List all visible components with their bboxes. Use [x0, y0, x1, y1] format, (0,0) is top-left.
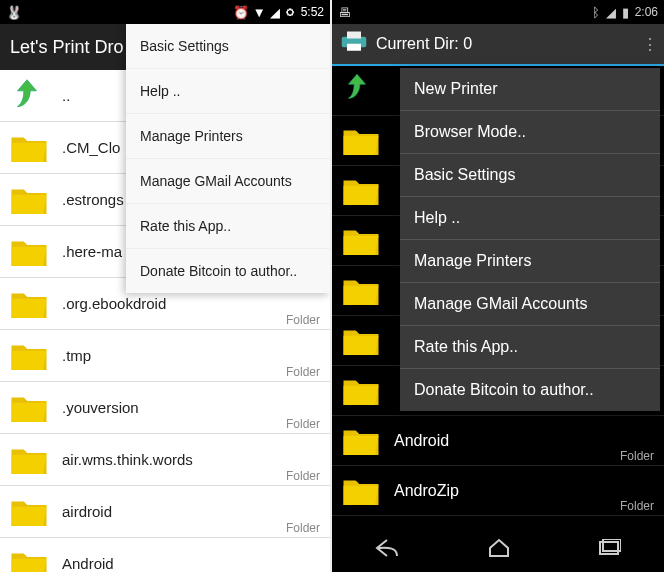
svg-rect-1 [347, 32, 361, 39]
up-arrow-icon [8, 75, 50, 117]
item-type-label: Folder [286, 313, 320, 327]
item-name: Android [62, 555, 114, 572]
item-name: .. [62, 87, 70, 104]
alarm-icon: ⏰ [233, 5, 249, 20]
bluetooth-icon: ᛒ [592, 5, 600, 20]
menu-item[interactable]: New Printer [400, 68, 660, 111]
item-type-label: Folder [286, 521, 320, 535]
back-button[interactable] [375, 538, 401, 562]
folder-icon [340, 470, 382, 512]
item-name: .tmp [62, 347, 91, 364]
item-name: .estrongs [62, 191, 124, 208]
wifi-icon: ▼ [253, 5, 266, 20]
list-item[interactable]: AndroZipFolder [332, 466, 664, 516]
item-name: .org.ebookdroid [62, 295, 166, 312]
appbar-right: Current Dir: 0 ⋮ [332, 24, 664, 66]
folder-icon [340, 120, 382, 162]
menu-item[interactable]: Rate this App.. [400, 326, 660, 369]
folder-icon [8, 179, 50, 221]
item-type-label: Folder [620, 449, 654, 463]
folder-icon [340, 320, 382, 362]
folder-icon [8, 387, 50, 429]
menu-item[interactable]: Basic Settings [400, 154, 660, 197]
folder-icon [8, 127, 50, 169]
battery-icon: ▮ [622, 5, 629, 20]
signal-icon: ◢ [606, 5, 616, 20]
folder-icon [8, 231, 50, 273]
svg-rect-2 [347, 44, 361, 51]
overflow-menu-left: Basic SettingsHelp ..Manage PrintersMana… [126, 24, 330, 293]
folder-icon [8, 543, 50, 573]
folder-icon [8, 491, 50, 533]
folder-icon [8, 283, 50, 325]
power-icon: ⭘ [284, 5, 297, 20]
menu-item[interactable]: Basic Settings [126, 24, 330, 69]
statusbar-right: 🖶 ᛒ ◢ ▮ 2:06 [332, 0, 664, 24]
statusbar-left: 🐰 ⏰ ▼ ◢ ⭘ 5:52 [0, 0, 330, 24]
item-name: Android [394, 432, 449, 450]
menu-item[interactable]: Help .. [400, 197, 660, 240]
printer-icon [340, 31, 368, 57]
folder-icon [8, 439, 50, 481]
menu-item[interactable]: Manage Printers [126, 114, 330, 159]
list-item[interactable]: air.wms.think.wordsFolder [0, 434, 330, 486]
folder-icon [340, 370, 382, 412]
list-item[interactable]: AndroidFolder [332, 416, 664, 466]
signal-icon: ◢ [270, 5, 280, 20]
item-type-label: Folder [286, 469, 320, 483]
recents-button[interactable] [597, 539, 621, 561]
print-status-icon: 🖶 [338, 5, 351, 20]
folder-icon [340, 220, 382, 262]
menu-item[interactable]: Donate Bitcoin to author.. [400, 369, 660, 411]
bunny-icon: 🐰 [6, 5, 22, 20]
overflow-button[interactable]: ⋮ [642, 24, 658, 64]
item-type-label: Folder [286, 417, 320, 431]
folder-icon [340, 270, 382, 312]
item-name: AndroZip [394, 482, 459, 500]
item-name: airdroid [62, 503, 112, 520]
list-item[interactable]: airdroidFolder [0, 486, 330, 538]
up-arrow-icon [340, 70, 382, 112]
statusbar-time: 5:52 [301, 5, 324, 19]
item-name: air.wms.think.words [62, 451, 193, 468]
menu-item[interactable]: Manage GMail Accounts [400, 283, 660, 326]
item-type-label: Folder [620, 499, 654, 513]
list-item[interactable]: .tmpFolder [0, 330, 330, 382]
overflow-menu-right: New PrinterBrowser Mode..Basic SettingsH… [400, 68, 660, 411]
item-name: .youversion [62, 399, 139, 416]
menu-item[interactable]: Manage GMail Accounts [126, 159, 330, 204]
app-title: Current Dir: 0 [376, 35, 472, 53]
list-item[interactable]: .youversionFolder [0, 382, 330, 434]
statusbar-time: 2:06 [635, 5, 658, 19]
menu-item[interactable]: Donate Bitcoin to author.. [126, 249, 330, 293]
phone-left: 🐰 ⏰ ▼ ◢ ⭘ 5:52 Let's Print Dro ...CM_Clo… [0, 0, 332, 572]
menu-item[interactable]: Help .. [126, 69, 330, 114]
folder-icon [8, 335, 50, 377]
home-button[interactable] [487, 538, 511, 562]
folder-icon [340, 420, 382, 462]
folder-icon [340, 170, 382, 212]
phone-right: 🖶 ᛒ ◢ ▮ 2:06 Current Dir: 0 ⋮ AndroidFol… [332, 0, 664, 572]
menu-item[interactable]: Rate this App.. [126, 204, 330, 249]
item-name: .CM_Clo [62, 139, 120, 156]
list-item[interactable]: AndroidFolder [0, 538, 330, 572]
item-name: .here-ma [62, 243, 122, 260]
navbar [332, 528, 664, 572]
menu-item[interactable]: Browser Mode.. [400, 111, 660, 154]
app-title: Let's Print Dro [10, 37, 123, 58]
menu-item[interactable]: Manage Printers [400, 240, 660, 283]
item-type-label: Folder [286, 365, 320, 379]
